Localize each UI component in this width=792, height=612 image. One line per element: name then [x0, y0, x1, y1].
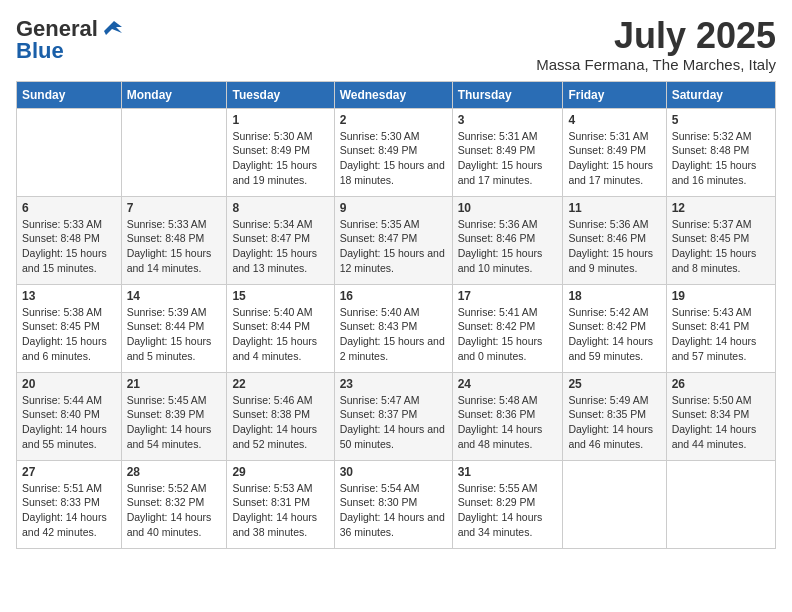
cell-info: Sunrise: 5:52 AMSunset: 8:32 PMDaylight:… [127, 482, 212, 538]
svg-marker-0 [104, 21, 122, 35]
cell-info: Sunrise: 5:33 AMSunset: 8:48 PMDaylight:… [22, 218, 107, 274]
cell-info: Sunrise: 5:30 AMSunset: 8:49 PMDaylight:… [340, 130, 445, 186]
calendar-cell: 18Sunrise: 5:42 AMSunset: 8:42 PMDayligh… [563, 284, 666, 372]
cell-info: Sunrise: 5:34 AMSunset: 8:47 PMDaylight:… [232, 218, 317, 274]
calendar-cell: 22Sunrise: 5:46 AMSunset: 8:38 PMDayligh… [227, 372, 334, 460]
calendar-cell: 15Sunrise: 5:40 AMSunset: 8:44 PMDayligh… [227, 284, 334, 372]
calendar-cell: 8Sunrise: 5:34 AMSunset: 8:47 PMDaylight… [227, 196, 334, 284]
col-header-tuesday: Tuesday [227, 81, 334, 108]
header-row: SundayMondayTuesdayWednesdayThursdayFrid… [17, 81, 776, 108]
day-number: 11 [568, 201, 660, 215]
day-number: 13 [22, 289, 116, 303]
calendar-cell: 20Sunrise: 5:44 AMSunset: 8:40 PMDayligh… [17, 372, 122, 460]
calendar-cell: 17Sunrise: 5:41 AMSunset: 8:42 PMDayligh… [452, 284, 563, 372]
calendar-cell: 21Sunrise: 5:45 AMSunset: 8:39 PMDayligh… [121, 372, 227, 460]
day-number: 31 [458, 465, 558, 479]
day-number: 6 [22, 201, 116, 215]
col-header-wednesday: Wednesday [334, 81, 452, 108]
calendar-cell: 30Sunrise: 5:54 AMSunset: 8:30 PMDayligh… [334, 460, 452, 548]
week-row-2: 6Sunrise: 5:33 AMSunset: 8:48 PMDaylight… [17, 196, 776, 284]
calendar-cell: 19Sunrise: 5:43 AMSunset: 8:41 PMDayligh… [666, 284, 775, 372]
day-number: 9 [340, 201, 447, 215]
calendar-cell: 14Sunrise: 5:39 AMSunset: 8:44 PMDayligh… [121, 284, 227, 372]
cell-info: Sunrise: 5:54 AMSunset: 8:30 PMDaylight:… [340, 482, 445, 538]
calendar-cell: 25Sunrise: 5:49 AMSunset: 8:35 PMDayligh… [563, 372, 666, 460]
subtitle: Massa Fermana, The Marches, Italy [536, 56, 776, 73]
calendar-cell [17, 108, 122, 196]
cell-info: Sunrise: 5:37 AMSunset: 8:45 PMDaylight:… [672, 218, 757, 274]
logo-bird-icon [100, 19, 122, 35]
day-number: 25 [568, 377, 660, 391]
calendar-cell: 29Sunrise: 5:53 AMSunset: 8:31 PMDayligh… [227, 460, 334, 548]
col-header-saturday: Saturday [666, 81, 775, 108]
cell-info: Sunrise: 5:32 AMSunset: 8:48 PMDaylight:… [672, 130, 757, 186]
day-number: 4 [568, 113, 660, 127]
week-row-4: 20Sunrise: 5:44 AMSunset: 8:40 PMDayligh… [17, 372, 776, 460]
day-number: 22 [232, 377, 328, 391]
week-row-5: 27Sunrise: 5:51 AMSunset: 8:33 PMDayligh… [17, 460, 776, 548]
cell-info: Sunrise: 5:44 AMSunset: 8:40 PMDaylight:… [22, 394, 107, 450]
week-row-1: 1Sunrise: 5:30 AMSunset: 8:49 PMDaylight… [17, 108, 776, 196]
day-number: 14 [127, 289, 222, 303]
calendar-cell: 13Sunrise: 5:38 AMSunset: 8:45 PMDayligh… [17, 284, 122, 372]
calendar-cell [563, 460, 666, 548]
cell-info: Sunrise: 5:33 AMSunset: 8:48 PMDaylight:… [127, 218, 212, 274]
day-number: 5 [672, 113, 770, 127]
day-number: 16 [340, 289, 447, 303]
logo-blue: Blue [16, 38, 64, 64]
cell-info: Sunrise: 5:53 AMSunset: 8:31 PMDaylight:… [232, 482, 317, 538]
day-number: 23 [340, 377, 447, 391]
day-number: 30 [340, 465, 447, 479]
cell-info: Sunrise: 5:36 AMSunset: 8:46 PMDaylight:… [568, 218, 653, 274]
cell-info: Sunrise: 5:45 AMSunset: 8:39 PMDaylight:… [127, 394, 212, 450]
calendar-cell: 7Sunrise: 5:33 AMSunset: 8:48 PMDaylight… [121, 196, 227, 284]
col-header-friday: Friday [563, 81, 666, 108]
day-number: 8 [232, 201, 328, 215]
calendar-cell: 10Sunrise: 5:36 AMSunset: 8:46 PMDayligh… [452, 196, 563, 284]
cell-info: Sunrise: 5:49 AMSunset: 8:35 PMDaylight:… [568, 394, 653, 450]
calendar-cell: 24Sunrise: 5:48 AMSunset: 8:36 PMDayligh… [452, 372, 563, 460]
day-number: 2 [340, 113, 447, 127]
main-title: July 2025 [536, 16, 776, 56]
cell-info: Sunrise: 5:40 AMSunset: 8:44 PMDaylight:… [232, 306, 317, 362]
day-number: 1 [232, 113, 328, 127]
day-number: 3 [458, 113, 558, 127]
page-header: General Blue July 2025 Massa Fermana, Th… [16, 16, 776, 73]
calendar-cell: 16Sunrise: 5:40 AMSunset: 8:43 PMDayligh… [334, 284, 452, 372]
week-row-3: 13Sunrise: 5:38 AMSunset: 8:45 PMDayligh… [17, 284, 776, 372]
cell-info: Sunrise: 5:50 AMSunset: 8:34 PMDaylight:… [672, 394, 757, 450]
calendar-cell: 31Sunrise: 5:55 AMSunset: 8:29 PMDayligh… [452, 460, 563, 548]
logo: General Blue [16, 16, 122, 64]
cell-info: Sunrise: 5:42 AMSunset: 8:42 PMDaylight:… [568, 306, 653, 362]
title-block: July 2025 Massa Fermana, The Marches, It… [536, 16, 776, 73]
calendar-cell: 23Sunrise: 5:47 AMSunset: 8:37 PMDayligh… [334, 372, 452, 460]
day-number: 19 [672, 289, 770, 303]
calendar-cell: 26Sunrise: 5:50 AMSunset: 8:34 PMDayligh… [666, 372, 775, 460]
cell-info: Sunrise: 5:55 AMSunset: 8:29 PMDaylight:… [458, 482, 543, 538]
col-header-thursday: Thursday [452, 81, 563, 108]
col-header-sunday: Sunday [17, 81, 122, 108]
cell-info: Sunrise: 5:31 AMSunset: 8:49 PMDaylight:… [458, 130, 543, 186]
day-number: 12 [672, 201, 770, 215]
cell-info: Sunrise: 5:47 AMSunset: 8:37 PMDaylight:… [340, 394, 445, 450]
calendar-cell: 11Sunrise: 5:36 AMSunset: 8:46 PMDayligh… [563, 196, 666, 284]
cell-info: Sunrise: 5:40 AMSunset: 8:43 PMDaylight:… [340, 306, 445, 362]
calendar-cell [121, 108, 227, 196]
calendar-cell: 27Sunrise: 5:51 AMSunset: 8:33 PMDayligh… [17, 460, 122, 548]
cell-info: Sunrise: 5:48 AMSunset: 8:36 PMDaylight:… [458, 394, 543, 450]
calendar-cell: 12Sunrise: 5:37 AMSunset: 8:45 PMDayligh… [666, 196, 775, 284]
cell-info: Sunrise: 5:43 AMSunset: 8:41 PMDaylight:… [672, 306, 757, 362]
cell-info: Sunrise: 5:31 AMSunset: 8:49 PMDaylight:… [568, 130, 653, 186]
cell-info: Sunrise: 5:35 AMSunset: 8:47 PMDaylight:… [340, 218, 445, 274]
col-header-monday: Monday [121, 81, 227, 108]
day-number: 28 [127, 465, 222, 479]
day-number: 29 [232, 465, 328, 479]
calendar-cell: 2Sunrise: 5:30 AMSunset: 8:49 PMDaylight… [334, 108, 452, 196]
cell-info: Sunrise: 5:36 AMSunset: 8:46 PMDaylight:… [458, 218, 543, 274]
day-number: 15 [232, 289, 328, 303]
cell-info: Sunrise: 5:38 AMSunset: 8:45 PMDaylight:… [22, 306, 107, 362]
cell-info: Sunrise: 5:30 AMSunset: 8:49 PMDaylight:… [232, 130, 317, 186]
calendar-cell: 6Sunrise: 5:33 AMSunset: 8:48 PMDaylight… [17, 196, 122, 284]
cell-info: Sunrise: 5:51 AMSunset: 8:33 PMDaylight:… [22, 482, 107, 538]
day-number: 17 [458, 289, 558, 303]
